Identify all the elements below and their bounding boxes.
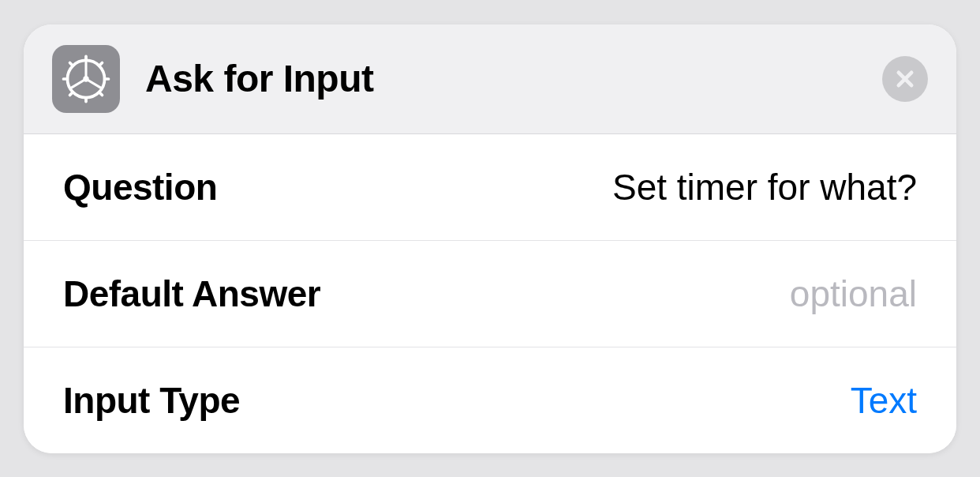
svg-line-6 [99, 62, 103, 66]
question-input[interactable] [249, 166, 917, 208]
input-type-value[interactable]: Text [851, 379, 917, 422]
default-answer-label: Default Answer [63, 272, 320, 315]
svg-line-7 [70, 92, 73, 95]
default-answer-row[interactable]: Default Answer [24, 241, 956, 347]
svg-line-12 [71, 79, 86, 88]
svg-line-8 [99, 92, 103, 95]
ask-for-input-card: Ask for Input Question Default Answer In… [24, 24, 956, 453]
card-header: Ask for Input [24, 24, 956, 134]
question-label: Question [63, 166, 217, 208]
input-type-label: Input Type [63, 379, 240, 422]
gear-icon [52, 45, 120, 113]
close-button[interactable] [882, 56, 928, 102]
svg-line-11 [86, 79, 101, 88]
svg-line-5 [70, 62, 73, 66]
question-row[interactable]: Question [24, 134, 956, 241]
input-type-row[interactable]: Input Type Text [24, 347, 956, 453]
card-title: Ask for Input [145, 57, 374, 100]
default-answer-input[interactable] [352, 272, 917, 315]
card-body: Question Default Answer Input Type Text [24, 134, 956, 453]
